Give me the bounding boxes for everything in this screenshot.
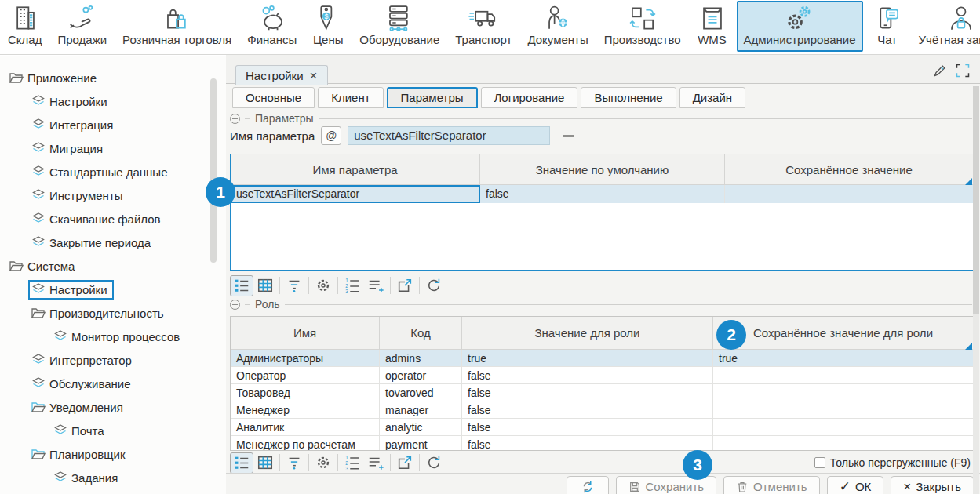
- tree-item-standartnye-dannye[interactable]: Стандартные данные: [0, 160, 226, 183]
- numbered-list-button[interactable]: 123: [341, 452, 364, 474]
- nav-item-oborudovanie[interactable]: Оборудование: [352, 1, 446, 52]
- at-button[interactable]: @: [321, 126, 341, 145]
- tree-item-planirovschik[interactable]: Планировщик: [0, 442, 226, 466]
- cell-role-value[interactable]: false: [462, 384, 713, 401]
- table-row[interactable]: Менеджер manager false: [231, 401, 973, 419]
- table-row[interactable]: Оператор operator false: [231, 367, 973, 384]
- nav-item-wms[interactable]: WMS: [690, 1, 735, 52]
- collapse-group-icon[interactable]: [230, 300, 240, 310]
- tree-item-zakrytie-perioda[interactable]: Закрытие периода: [0, 231, 226, 254]
- expand-icon[interactable]: [955, 63, 971, 78]
- param-name-input[interactable]: useTextAsFilterSeparator: [348, 126, 550, 145]
- tree-item-integratsiya[interactable]: Интеграция: [0, 113, 226, 136]
- cell-role-code[interactable]: operator: [380, 367, 462, 383]
- nav-item-prodazhi[interactable]: Продажи: [50, 1, 114, 52]
- view-grid-button[interactable]: [253, 275, 277, 296]
- nav-item-uchetnaya-zapis[interactable]: Учётная запись: [912, 1, 980, 52]
- cell-role-code[interactable]: admins: [380, 350, 462, 366]
- cell-role-name[interactable]: Оператор: [231, 367, 380, 383]
- view-list-button[interactable]: [230, 452, 253, 474]
- tree-item-migratsiya[interactable]: Миграция: [0, 136, 226, 160]
- tree-item-skachivanie-faylov[interactable]: Скачивание файлов: [0, 207, 226, 231]
- sidebar-scrollbar[interactable]: [210, 78, 217, 263]
- cell-saved-value[interactable]: [725, 185, 973, 203]
- add-row-button[interactable]: [364, 452, 388, 474]
- column-header[interactable]: Код: [380, 317, 462, 349]
- nav-item-roznichnaya[interactable]: Розничная торговля: [115, 1, 239, 52]
- table-row[interactable]: Аналитик analytic false: [231, 419, 973, 436]
- filter-button[interactable]: [282, 275, 306, 296]
- nav-item-transport[interactable]: Транспорт: [448, 1, 519, 52]
- cell-role-name[interactable]: Менеджер: [231, 401, 380, 418]
- tab-parametry[interactable]: Параметры: [387, 87, 478, 108]
- tab-vypolnenie[interactable]: Выполнение: [581, 87, 676, 108]
- tab-osnovnye[interactable]: Основные: [232, 87, 315, 108]
- tree-item-interpretator[interactable]: Интерпретатор: [0, 348, 226, 372]
- table-row[interactable]: Администраторы admins true true: [231, 350, 973, 367]
- tree-item-nastroyki[interactable]: Настройки: [0, 89, 226, 113]
- tree-item-uvedomleniya[interactable]: Уведомления: [0, 395, 226, 419]
- cell-role-value[interactable]: true: [462, 350, 713, 366]
- nav-item-sklad[interactable]: Склад: [1, 1, 49, 52]
- nav-item-proizvodstvo[interactable]: Производство: [597, 1, 688, 52]
- reload-button[interactable]: [422, 452, 446, 474]
- tree-item-nastroyki-selected[interactable]: Настройки: [0, 278, 226, 301]
- cell-role-saved[interactable]: [713, 367, 973, 383]
- nav-item-finansy[interactable]: Финансы: [240, 1, 304, 52]
- tree-item-pochta[interactable]: Почта: [0, 419, 226, 442]
- open-external-button[interactable]: [393, 275, 417, 296]
- view-grid-button[interactable]: [253, 452, 277, 474]
- edit-pencil-icon[interactable]: [932, 63, 948, 78]
- cell-role-name[interactable]: Товаровед: [231, 384, 380, 401]
- cell-param-name[interactable]: useTextAsFilterSeparator: [231, 185, 480, 203]
- numbered-list-button[interactable]: 123: [341, 275, 364, 296]
- nav-item-tseny[interactable]: $ Цены: [305, 1, 351, 52]
- tree-item-monitor-protsessov[interactable]: Монитор процессов: [0, 325, 226, 348]
- table-row[interactable]: Менеджер по расчетам payment false: [231, 436, 973, 451]
- cell-role-value[interactable]: false: [462, 401, 713, 418]
- doc-tab-nastroyki[interactable]: Настройки ×: [235, 65, 328, 85]
- cell-role-code[interactable]: manager: [380, 401, 462, 418]
- cancel-button[interactable]: Отменить: [723, 476, 820, 494]
- column-header[interactable]: Имя: [231, 317, 380, 349]
- nav-item-administrirovanie[interactable]: Администрирование: [737, 1, 863, 52]
- tab-logirovanie[interactable]: Логирование: [481, 87, 578, 108]
- settings-gear-button[interactable]: [311, 452, 335, 474]
- tab-klient[interactable]: Клиент: [318, 87, 383, 108]
- cell-role-name[interactable]: Менеджер по расчетам: [231, 436, 380, 451]
- tree-item-sistema[interactable]: Система: [0, 254, 226, 278]
- table-row[interactable]: Товаровед tovaroved false: [231, 384, 973, 401]
- close-tab-icon[interactable]: ×: [310, 69, 318, 82]
- reload-button[interactable]: [422, 275, 446, 296]
- clear-icon[interactable]: [563, 135, 574, 137]
- settings-gear-button[interactable]: [311, 275, 335, 296]
- cell-default-value[interactable]: false: [480, 185, 725, 203]
- cell-role-code[interactable]: analytic: [380, 419, 462, 435]
- cell-role-saved[interactable]: [713, 419, 973, 435]
- tab-dizayn[interactable]: Дизайн: [679, 87, 745, 108]
- tree-item-obsluzhivanie[interactable]: Обслуживание: [0, 372, 226, 395]
- column-header[interactable]: Значение по умолчанию: [480, 154, 725, 184]
- cell-role-name[interactable]: Аналитик: [231, 419, 380, 435]
- cell-role-saved[interactable]: true: [713, 350, 973, 366]
- only-overloaded-checkbox[interactable]: [814, 457, 825, 468]
- cell-role-saved[interactable]: [713, 401, 973, 418]
- cell-role-code[interactable]: payment: [380, 436, 462, 451]
- cell-role-name[interactable]: Администраторы: [231, 350, 380, 366]
- open-external-button[interactable]: [393, 452, 417, 474]
- tree-item-proizvoditelnost[interactable]: Производительность: [0, 301, 226, 325]
- add-row-button[interactable]: [364, 275, 388, 296]
- tree-item-prilozhenie[interactable]: Приложение: [0, 66, 226, 89]
- cell-role-value[interactable]: false: [462, 367, 713, 383]
- cell-role-value[interactable]: false: [462, 419, 713, 435]
- column-header[interactable]: Имя параметра: [231, 154, 480, 184]
- tree-item-instrumenty[interactable]: Инструменты: [0, 183, 226, 207]
- cell-role-value[interactable]: false: [462, 436, 713, 451]
- nav-item-dokumenty[interactable]: Документы: [520, 1, 595, 52]
- table-row[interactable]: useTextAsFilterSeparator false: [231, 185, 973, 203]
- close-button[interactable]: ×Закрыть: [891, 476, 974, 494]
- ok-button[interactable]: ✓ОК: [827, 476, 884, 494]
- collapse-group-icon[interactable]: [230, 114, 240, 124]
- cell-role-saved[interactable]: [713, 436, 973, 451]
- column-header[interactable]: Сохранённое значение: [725, 154, 973, 184]
